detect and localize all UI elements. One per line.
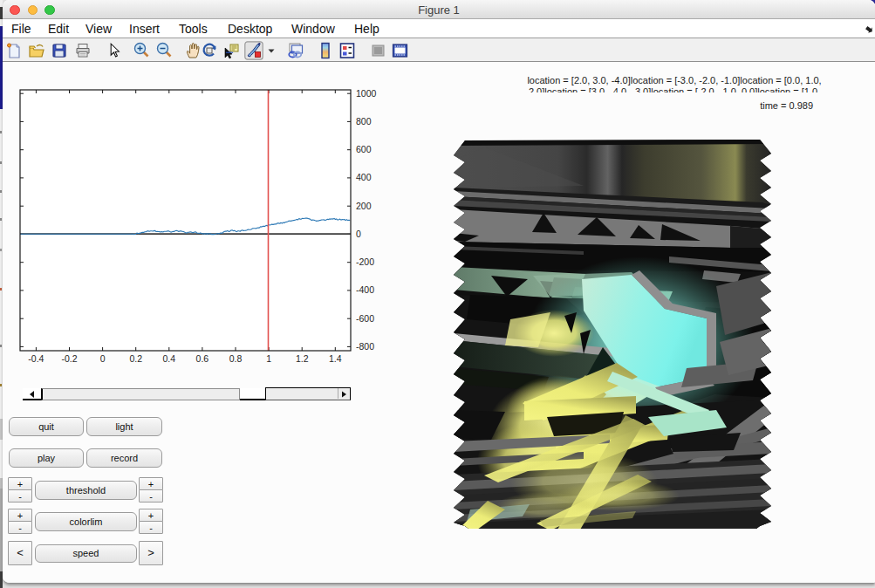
svg-text:0.4: 0.4 xyxy=(162,353,175,364)
svg-text:1: 1 xyxy=(266,353,271,364)
svg-text:-0.4: -0.4 xyxy=(28,353,44,364)
svg-text:1.2: 1.2 xyxy=(296,353,309,364)
svg-text:0.2: 0.2 xyxy=(129,353,142,364)
svg-text:-200: -200 xyxy=(356,256,374,267)
svg-text:-0.2: -0.2 xyxy=(61,353,77,364)
svg-text:-600: -600 xyxy=(356,313,374,324)
svg-text:0: 0 xyxy=(100,353,106,364)
svg-text:400: 400 xyxy=(356,172,372,182)
svg-text:1000: 1000 xyxy=(356,88,377,99)
svg-text:0: 0 xyxy=(356,229,361,239)
svg-text:800: 800 xyxy=(356,116,372,126)
svg-text:-800: -800 xyxy=(356,341,374,352)
svg-text:1.4: 1.4 xyxy=(329,353,342,364)
svg-text:200: 200 xyxy=(356,201,372,211)
svg-text:600: 600 xyxy=(356,144,372,154)
svg-text:0.8: 0.8 xyxy=(229,353,243,364)
svg-text:-400: -400 xyxy=(356,284,374,295)
svg-text:0.6: 0.6 xyxy=(196,353,209,364)
